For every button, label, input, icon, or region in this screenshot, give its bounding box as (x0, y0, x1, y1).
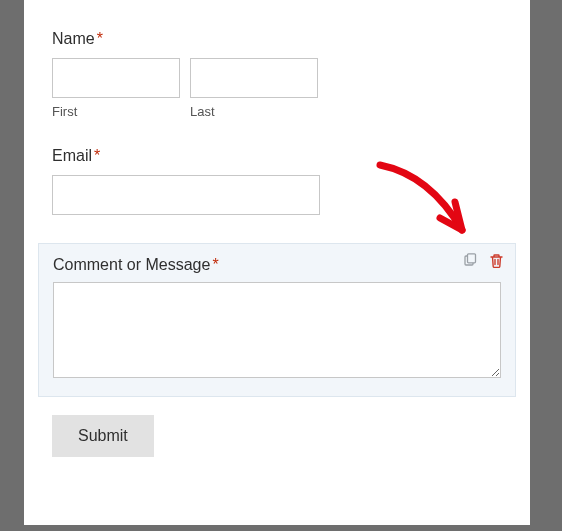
first-name-col: First (52, 58, 180, 119)
comment-label-text: Comment or Message (53, 256, 210, 273)
email-label-text: Email (52, 147, 92, 164)
name-label-text: Name (52, 30, 95, 47)
first-name-input[interactable] (52, 58, 180, 98)
comment-required-mark: * (212, 256, 218, 273)
field-actions (461, 252, 505, 270)
svg-rect-1 (468, 254, 476, 263)
name-required-mark: * (97, 30, 103, 47)
email-input[interactable] (52, 175, 320, 215)
name-field: Name* First Last (52, 30, 502, 119)
comment-textarea[interactable] (53, 282, 501, 378)
first-sublabel: First (52, 104, 180, 119)
name-label: Name* (52, 30, 502, 48)
last-name-input[interactable] (190, 58, 318, 98)
email-field: Email* (52, 147, 502, 215)
email-required-mark: * (94, 147, 100, 164)
comment-field-selected[interactable]: Comment or Message* (38, 243, 516, 397)
duplicate-icon[interactable] (461, 252, 479, 270)
name-row: First Last (52, 58, 502, 119)
submit-button[interactable]: Submit (52, 415, 154, 457)
delete-icon[interactable] (487, 252, 505, 270)
last-sublabel: Last (190, 104, 318, 119)
last-name-col: Last (190, 58, 318, 119)
form-panel: Name* First Last Email* (24, 0, 530, 525)
email-label: Email* (52, 147, 502, 165)
comment-label: Comment or Message* (53, 256, 501, 274)
